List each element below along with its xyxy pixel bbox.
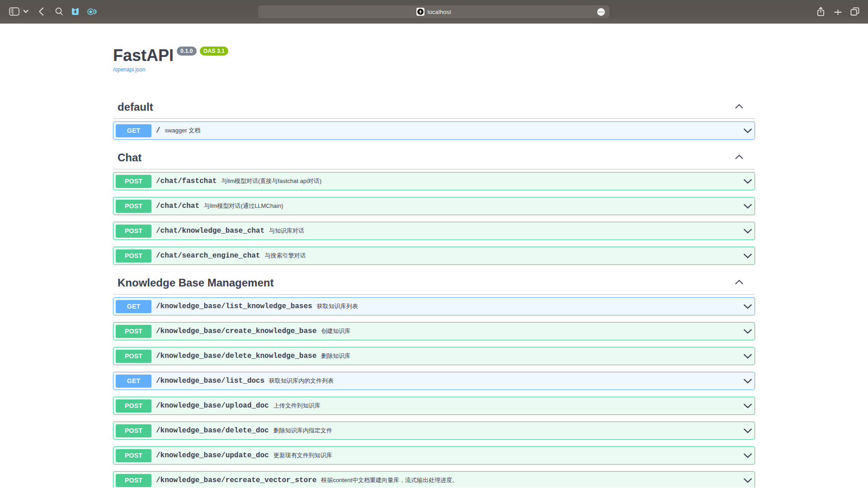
address-url-group: localhost bbox=[416, 8, 451, 16]
api-section: Knowledge Base Management GET /knowledge… bbox=[113, 272, 755, 488]
expand-operation-button[interactable] bbox=[743, 327, 752, 336]
api-title-text: FastAPI bbox=[113, 46, 174, 65]
swagger-page: FastAPI 0.1.0 OAS 3.1 /openapi.json defa… bbox=[0, 23, 868, 488]
operation-row: GET /knowledge_base/list_docs 获取知识库内的文件列… bbox=[113, 372, 755, 390]
operation-summary[interactable]: GET / swagger 文档 bbox=[113, 122, 755, 139]
operation-summary[interactable]: POST /chat/fastchat 与llm模型对话(直接与fastchat… bbox=[113, 173, 755, 190]
chevron-down-icon bbox=[743, 177, 752, 186]
section-rows: POST /chat/fastchat 与llm模型对话(直接与fastchat… bbox=[113, 169, 755, 265]
expand-operation-button[interactable] bbox=[743, 426, 752, 435]
operation-description: 创建知识库 bbox=[321, 327, 743, 335]
version-badge: 0.1.0 bbox=[177, 47, 197, 56]
api-section: Chat POST /chat/fastchat 与llm模型对话(直接与fas… bbox=[113, 146, 755, 265]
expand-operation-button[interactable] bbox=[743, 401, 752, 410]
expand-operation-button[interactable] bbox=[743, 226, 752, 235]
toolbar-divider bbox=[21, 7, 22, 16]
chevron-down-icon bbox=[743, 376, 752, 385]
section-header[interactable]: Chat bbox=[113, 146, 755, 169]
section-header[interactable]: Knowledge Base Management bbox=[113, 272, 755, 295]
operation-summary[interactable]: POST /knowledge_base/delete_knowledge_ba… bbox=[113, 347, 755, 365]
operation-path: /chat/chat bbox=[151, 202, 204, 210]
operation-description: 与搜索引擎对话 bbox=[264, 252, 743, 260]
sidebar-menu-button[interactable] bbox=[23, 9, 28, 14]
back-button[interactable] bbox=[38, 7, 44, 16]
expand-operation-button[interactable] bbox=[743, 126, 752, 135]
section-title: Knowledge Base Management bbox=[118, 276, 274, 290]
expand-operation-button[interactable] bbox=[743, 202, 752, 211]
operation-path: /chat/search_engine_chat bbox=[151, 252, 264, 260]
expand-operation-button[interactable] bbox=[743, 352, 752, 361]
operation-summary[interactable]: GET /knowledge_base/list_docs 获取知识库内的文件列… bbox=[113, 372, 755, 389]
http-method-badge: POST bbox=[116, 225, 151, 238]
chevron-down-icon bbox=[743, 327, 752, 336]
operation-row: POST /knowledge_base/delete_doc 删除知识库内指定… bbox=[113, 422, 755, 440]
share-icon bbox=[816, 7, 825, 16]
operations-list: default GET / swagger 文档 Chat bbox=[104, 96, 764, 488]
expand-operation-button[interactable] bbox=[743, 302, 752, 311]
http-method-badge: GET bbox=[116, 300, 151, 313]
http-method-badge: POST bbox=[116, 325, 151, 338]
operation-path: /knowledge_base/list_knowledge_bases bbox=[151, 302, 317, 310]
operation-summary[interactable]: POST /chat/knowledge_base_chat 与知识库对话 bbox=[113, 222, 755, 239]
operation-row: POST /chat/fastchat 与llm模型对话(直接与fastchat… bbox=[113, 172, 755, 190]
operation-description: 删除知识库 bbox=[321, 352, 743, 360]
operation-path: /chat/knowledge_base_chat bbox=[151, 227, 269, 235]
operation-row: GET / swagger 文档 bbox=[113, 122, 755, 140]
reader-extension-button[interactable] bbox=[71, 7, 80, 16]
operation-path: /knowledge_base/list_docs bbox=[151, 377, 269, 385]
expand-operation-button[interactable] bbox=[743, 376, 752, 385]
operation-summary[interactable]: POST /chat/chat 与llm模型对话(通过LLMChain) bbox=[113, 197, 755, 215]
broadcast-extension-button[interactable] bbox=[87, 8, 97, 16]
collapse-section-button[interactable] bbox=[735, 102, 744, 111]
section-rows: GET / swagger 文档 bbox=[113, 119, 755, 140]
chevron-down-icon bbox=[743, 226, 752, 235]
operation-description: 获取知识库内的文件列表 bbox=[269, 377, 743, 385]
tab-overview-button[interactable] bbox=[850, 7, 859, 16]
title-badges: 0.1.0 OAS 3.1 bbox=[177, 47, 228, 56]
openapi-spec-link[interactable]: /openapi.json bbox=[113, 66, 145, 73]
back-chevron-icon bbox=[38, 7, 44, 16]
operation-path: / bbox=[151, 127, 165, 135]
operation-description: 获取知识库列表 bbox=[317, 302, 743, 310]
expand-operation-button[interactable] bbox=[743, 476, 752, 485]
chevron-down-icon bbox=[743, 426, 752, 435]
expand-operation-button[interactable] bbox=[743, 177, 752, 186]
expand-operation-button[interactable] bbox=[743, 451, 752, 460]
operation-description: 更新现有文件到知识库 bbox=[274, 451, 743, 460]
section-header[interactable]: default bbox=[113, 96, 755, 119]
operation-summary[interactable]: GET /knowledge_base/list_knowledge_bases… bbox=[113, 298, 755, 315]
operation-row: GET /knowledge_base/list_knowledge_bases… bbox=[113, 297, 755, 315]
collapse-section-button[interactable] bbox=[735, 277, 744, 286]
operation-summary[interactable]: POST /knowledge_base/upload_doc 上传文件到知识库 bbox=[113, 397, 755, 414]
http-method-badge: POST bbox=[116, 474, 151, 487]
operation-summary[interactable]: POST /knowledge_base/delete_doc 删除知识库内指定… bbox=[113, 422, 755, 439]
operation-summary[interactable]: POST /chat/search_engine_chat 与搜索引擎对话 bbox=[113, 247, 755, 264]
operation-row: POST /chat/knowledge_base_chat 与知识库对话 bbox=[113, 222, 755, 240]
new-tab-button[interactable] bbox=[834, 9, 842, 15]
chevron-down-icon bbox=[743, 302, 752, 311]
operation-summary[interactable]: POST /knowledge_base/recreate_vector_sto… bbox=[113, 472, 755, 488]
http-method-badge: POST bbox=[116, 424, 151, 437]
operation-summary[interactable]: POST /knowledge_base/update_doc 更新现有文件到知… bbox=[113, 447, 755, 464]
chevron-up-icon bbox=[735, 102, 744, 111]
operation-path: /knowledge_base/delete_doc bbox=[151, 427, 274, 435]
tab-overview-icon bbox=[850, 7, 859, 16]
operation-row: POST /knowledge_base/create_knowledge_ba… bbox=[113, 322, 755, 340]
page-options-button[interactable] bbox=[597, 8, 605, 16]
operation-path: /knowledge_base/recreate_vector_store bbox=[151, 476, 321, 484]
sidebar-icon bbox=[9, 7, 19, 16]
operation-description: 删除知识库内指定文件 bbox=[274, 427, 743, 435]
operation-summary[interactable]: POST /knowledge_base/create_knowledge_ba… bbox=[113, 323, 755, 340]
http-method-badge: GET bbox=[116, 375, 151, 388]
operation-path: /knowledge_base/update_doc bbox=[151, 451, 274, 460]
share-button[interactable] bbox=[816, 7, 825, 16]
url-text: localhost bbox=[427, 9, 451, 15]
sidebar-toggle-button[interactable] bbox=[9, 7, 19, 16]
operation-description: 与知识库对话 bbox=[269, 227, 743, 235]
oas-badge: OAS 3.1 bbox=[200, 47, 228, 56]
collapse-section-button[interactable] bbox=[735, 152, 744, 161]
address-bar[interactable]: localhost bbox=[258, 5, 609, 18]
expand-operation-button[interactable] bbox=[743, 251, 752, 260]
operation-path: /knowledge_base/upload_doc bbox=[151, 402, 274, 410]
search-button[interactable] bbox=[55, 7, 63, 16]
